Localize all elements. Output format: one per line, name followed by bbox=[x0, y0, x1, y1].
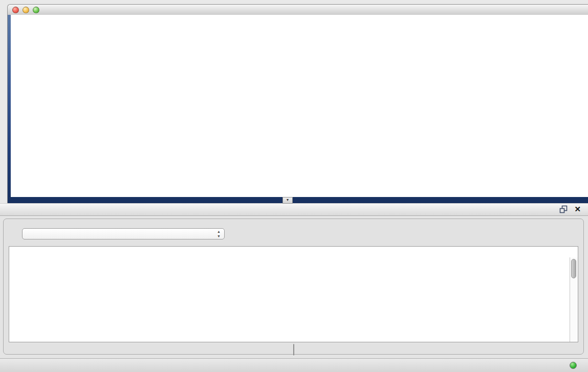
minimize-window-button[interactable] bbox=[23, 7, 29, 13]
float-panel-icon[interactable] bbox=[559, 205, 568, 213]
citation-network-graph[interactable] bbox=[11, 15, 588, 197]
table-panel-body: ▲▼ bbox=[3, 218, 584, 355]
window-titlebar[interactable] bbox=[7, 4, 588, 16]
table-vertical-scrollbar[interactable] bbox=[570, 257, 578, 342]
desktop: { "window": { "title": "citations_edges.… bbox=[0, 0, 588, 372]
close-window-button[interactable] bbox=[12, 7, 19, 13]
status-bar bbox=[0, 358, 588, 372]
network-viewport bbox=[7, 15, 588, 203]
scrollbar-thumb[interactable] bbox=[571, 259, 576, 278]
split-pane-divider-handle[interactable]: ▼ bbox=[282, 197, 293, 204]
table-panel-header: ✕ bbox=[0, 203, 588, 216]
zoom-window-button[interactable] bbox=[33, 7, 39, 13]
network-canvas[interactable] bbox=[11, 15, 588, 197]
table-toolbar: ▲▼ bbox=[12, 226, 225, 242]
network-window bbox=[7, 4, 588, 203]
close-panel-icon[interactable]: ✕ bbox=[574, 205, 581, 213]
table-panel: ✕ ▲▼ bbox=[0, 203, 588, 358]
memory-status-icon bbox=[570, 362, 577, 369]
table-select-combo[interactable]: ▲▼ bbox=[22, 228, 225, 239]
node-table bbox=[9, 246, 578, 342]
combo-arrows-icon: ▲▼ bbox=[217, 229, 221, 238]
table-type-tabs bbox=[293, 344, 294, 356]
